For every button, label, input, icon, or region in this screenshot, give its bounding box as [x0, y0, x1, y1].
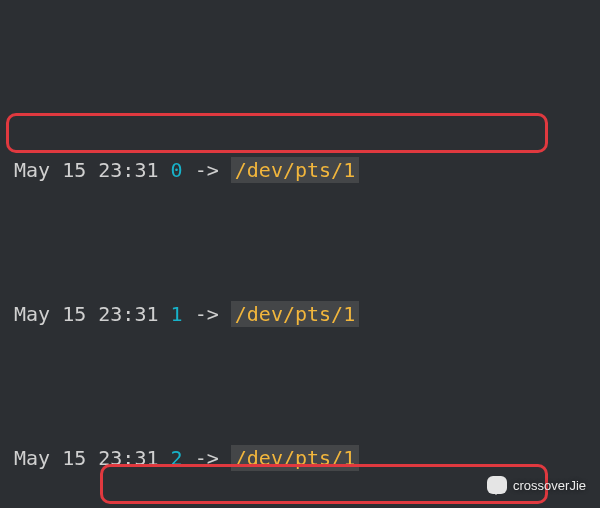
- fd-row: May 15 23:31 2 -> /dev/pts/1: [14, 440, 594, 476]
- timestamp: May 15 23:31: [14, 158, 159, 182]
- fd-row: May 15 23:31 1 -> /dev/pts/1: [14, 296, 594, 332]
- fd-number: 2: [171, 446, 183, 470]
- terminal-output: May 15 23:31 0 -> /dev/pts/1 May 15 23:3…: [0, 0, 600, 508]
- fd-row: May 15 23:31 0 -> /dev/pts/1: [14, 152, 594, 188]
- fd-number: 1: [171, 302, 183, 326]
- timestamp: May 15 23:31: [14, 302, 159, 326]
- arrow: ->: [195, 446, 219, 470]
- fd-number: 0: [171, 158, 183, 182]
- arrow: ->: [195, 302, 219, 326]
- symlink-target: /dev/pts/1: [231, 157, 359, 183]
- chat-bubble-icon: [487, 476, 507, 494]
- symlink-target: /dev/pts/1: [231, 301, 359, 327]
- arrow: ->: [195, 158, 219, 182]
- watermark: crossoverJie: [487, 476, 586, 494]
- symlink-target: /dev/pts/1: [231, 445, 359, 471]
- watermark-text: crossoverJie: [513, 478, 586, 493]
- timestamp: May 15 23:31: [14, 446, 159, 470]
